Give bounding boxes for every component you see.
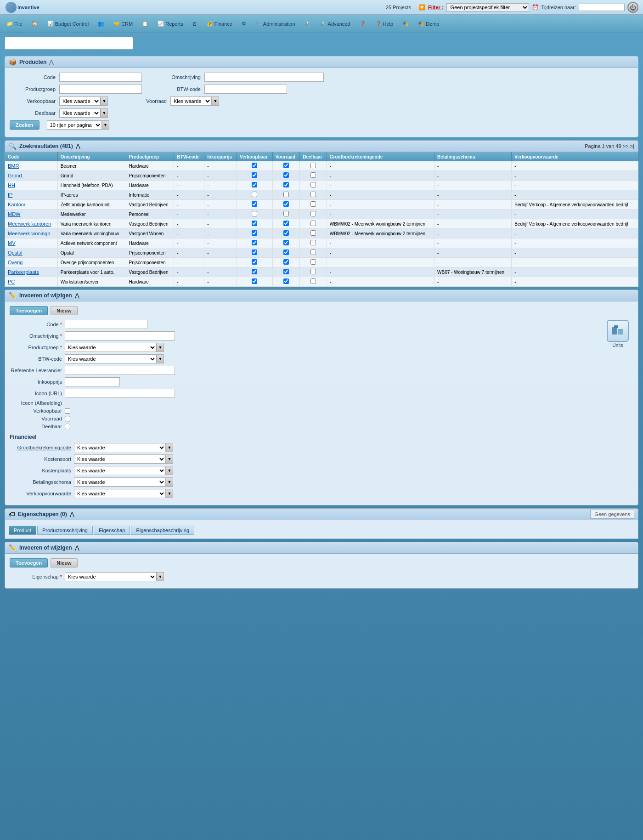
row-checkbox[interactable] (252, 240, 257, 245)
results-collapse-icon[interactable]: ⋀ (76, 143, 80, 149)
row-link[interactable]: Kantoor (8, 202, 26, 207)
entry-ref-input[interactable] (65, 366, 175, 375)
row-checkbox[interactable] (310, 269, 316, 274)
nav-administration[interactable]: 🔧 Administration (252, 19, 299, 28)
row-checkbox[interactable] (310, 278, 316, 284)
tab-eigenschap[interactable]: Eigenschap (94, 526, 130, 535)
tab-product[interactable]: Product (9, 526, 36, 535)
verkoopbaar-arrow[interactable]: ▼ (101, 96, 108, 106)
row-link[interactable]: MDW (8, 211, 21, 217)
voorraad-arrow[interactable]: ▼ (212, 96, 219, 106)
entry-productgroep-select[interactable]: Kies waarde (65, 343, 157, 352)
nav-budget-control[interactable]: 📊 Budget Control (44, 19, 92, 28)
row-checkbox[interactable] (310, 172, 316, 178)
entry-kostensoort-arrow[interactable]: ▼ (166, 454, 173, 464)
entry-productgroep-arrow[interactable]: ▼ (157, 343, 164, 352)
entry-verkoopbaar-checkbox[interactable] (65, 408, 70, 414)
nav-microscope[interactable]: 🔬 (301, 19, 315, 28)
row-checkbox[interactable] (252, 269, 257, 274)
nav-reports[interactable]: 📈 Reports (154, 19, 187, 28)
row-checkbox[interactable] (283, 230, 289, 236)
verkoopbaar-select[interactable]: Kies waarde (59, 96, 101, 106)
rows-arrow[interactable]: ▼ (102, 120, 109, 130)
voorraad-select[interactable]: Kies waarde (170, 96, 212, 106)
deelbaar-arrow[interactable]: ▼ (101, 108, 108, 118)
nav-crm[interactable]: 🤝 CRM (110, 19, 136, 28)
nav-demo[interactable]: 🎭 Demo (414, 19, 443, 28)
row-checkbox[interactable] (283, 172, 289, 178)
nav-mask[interactable]: 🎭 (399, 19, 412, 28)
entry-kostenplaats-arrow[interactable]: ▼ (166, 466, 173, 475)
entry-kostenplaats-select[interactable]: Kies waarde (74, 466, 166, 475)
row-link[interactable]: Overig (8, 260, 23, 265)
toevoegen-button[interactable]: Toevoegen (10, 306, 48, 315)
row-checkbox[interactable] (283, 240, 289, 245)
row-checkbox[interactable] (283, 278, 289, 284)
tab-productomschrijving[interactable]: Productomschrijving (37, 526, 93, 535)
entry-verkoopvw-select[interactable]: Kies waarde (74, 489, 166, 498)
row-link[interactable]: Grond. (8, 173, 23, 178)
row-link-cell[interactable]: IP (5, 190, 58, 200)
row-checkbox[interactable] (283, 211, 289, 216)
entry-grootboek-select[interactable]: Kies waarde (74, 443, 166, 452)
row-checkbox[interactable] (310, 163, 316, 168)
row-link-cell[interactable]: MDW (5, 210, 58, 219)
row-checkbox[interactable] (283, 201, 289, 207)
btw-code-input[interactable] (204, 85, 287, 94)
row-link[interactable]: IP (8, 192, 12, 198)
nieuw-button[interactable]: Nieuw (51, 306, 77, 315)
row-link-cell[interactable]: Meerwerk kantoren (5, 219, 58, 229)
nav-help[interactable]: ❓ Help (372, 19, 397, 28)
productgroep-input[interactable] (59, 85, 142, 94)
row-link[interactable]: HH (8, 182, 15, 188)
row-link-cell[interactable]: Meerwerk woningb. (5, 229, 58, 238)
omschrijving-input[interactable] (204, 73, 324, 82)
row-checkbox[interactable] (252, 221, 257, 226)
row-checkbox[interactable] (283, 163, 289, 168)
row-checkbox[interactable] (252, 230, 257, 236)
row-link-cell[interactable]: BMR (5, 161, 58, 171)
row-checkbox[interactable] (310, 230, 316, 236)
entry-kostensoort-select[interactable]: Kies waarde (74, 454, 166, 464)
units-icon-area[interactable]: Units (607, 320, 629, 348)
row-checkbox[interactable] (310, 240, 316, 245)
row-checkbox[interactable] (310, 221, 316, 226)
row-link-cell[interactable]: PC (5, 277, 58, 287)
row-checkbox[interactable] (310, 192, 316, 197)
rows-per-page-select[interactable]: 10 rijen per pagina (47, 120, 102, 130)
eigenschappen-collapse[interactable]: ⋀ (70, 511, 74, 517)
entry-betalingsschema-arrow[interactable]: ▼ (166, 477, 173, 487)
code-input[interactable] (59, 73, 142, 82)
nav-clipboard[interactable]: 📋 (138, 19, 152, 28)
row-checkbox[interactable] (310, 250, 316, 255)
row-link[interactable]: Meerwerk kantoren (8, 221, 51, 227)
row-checkbox[interactable] (310, 182, 316, 187)
row-checkbox[interactable] (310, 259, 316, 265)
entry-btw-arrow[interactable]: ▼ (157, 354, 164, 363)
entry-icoon-url-input[interactable] (65, 389, 175, 398)
nav-file[interactable]: 📁 File (3, 19, 26, 28)
row-link-cell[interactable]: Kantoor (5, 200, 58, 210)
units-icon[interactable] (607, 320, 629, 342)
eigenschap-arrow[interactable]: ▼ (157, 572, 164, 581)
deelbaar-select[interactable]: Kies waarde (59, 108, 101, 118)
row-link[interactable]: PC (8, 279, 15, 284)
row-link-cell[interactable]: Opstal (5, 248, 58, 258)
nav-help-icon[interactable]: ❓ (356, 19, 370, 28)
invoeren2-collapse[interactable]: ⋀ (75, 545, 79, 551)
row-checkbox[interactable] (310, 211, 316, 216)
row-link-cell[interactable]: Grond. (5, 171, 58, 181)
nieuw2-button[interactable]: Nieuw (51, 558, 77, 568)
eigenschap-select[interactable]: Kies waarde (65, 572, 157, 581)
row-link-cell[interactable]: Parkeerplaats (5, 267, 58, 277)
entry-voorraad-checkbox[interactable] (65, 416, 70, 421)
global-search-input[interactable] (5, 37, 133, 50)
row-checkbox[interactable] (252, 259, 257, 265)
entry-grootboek-arrow[interactable]: ▼ (166, 443, 173, 452)
row-link[interactable]: Meerwerk woningb. (8, 231, 51, 236)
row-checkbox[interactable] (252, 172, 257, 178)
entry-omschrijving-input[interactable] (65, 331, 175, 341)
producten-collapse[interactable]: ⋀ (49, 59, 54, 65)
row-checkbox[interactable] (252, 201, 257, 207)
row-link-cell[interactable]: HH (5, 181, 58, 190)
